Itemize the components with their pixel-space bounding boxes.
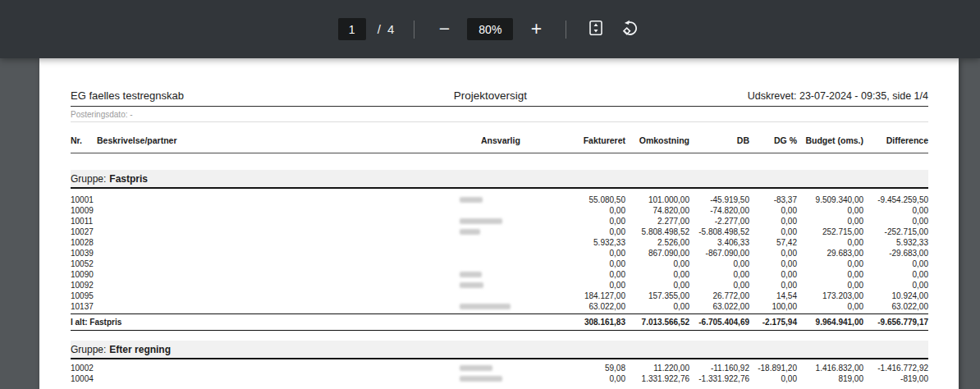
row-value: 0,00: [625, 281, 689, 290]
row-value: 0,00: [689, 270, 749, 279]
row-value: 0,00: [525, 281, 625, 290]
row-value: 0,00: [863, 217, 928, 226]
row-value: 252.715,00: [797, 227, 863, 236]
row-value: 59,08: [525, 364, 625, 373]
toolbar-divider: [414, 21, 414, 39]
row-value: -11.160,92: [689, 364, 749, 373]
table-row: 100920,000,000,000,000,000,00: [71, 280, 928, 291]
table-row: 100390,00867.090,00-867.090,000,0029.683…: [71, 248, 928, 259]
col-difference: Difference: [863, 135, 928, 145]
row-value: 0,00: [797, 217, 863, 226]
row-number: 10090: [71, 270, 97, 279]
col-beskrivelse: Beskrivelse/partner: [97, 135, 460, 145]
row-value: 2.526,00: [625, 238, 689, 247]
row-value: 0,00: [749, 217, 797, 226]
row-value: 0,00: [797, 281, 863, 290]
group-total-row: I alt: Fastpris308.161,837.013.566,52-6.…: [71, 313, 928, 331]
table-row: 100520,000,000,000,000,000,00: [71, 259, 928, 269]
group-section: Gruppe:Efter regning1000259,0811.220,00-…: [71, 341, 928, 384]
row-value: 0,00: [797, 302, 863, 311]
row-value: -9.454.259,50: [863, 195, 928, 204]
row-value: 1.416.832,00: [797, 364, 863, 373]
printed-timestamp: Udskrevet: 23-07-2024 - 09:35, side 1/4: [748, 90, 928, 102]
row-value: 867.090,00: [625, 249, 689, 258]
redaction-bar: [460, 229, 480, 235]
row-value: -45.919,50: [689, 195, 749, 204]
row-number: 10001: [71, 195, 97, 204]
row-number: 10095: [71, 291, 97, 300]
row-value: 9.509.340,00: [797, 195, 863, 204]
row-value: 0,00: [525, 249, 625, 258]
total-value: 308.161,83: [525, 318, 625, 327]
row-value: 0,00: [749, 227, 797, 236]
fit-to-page-button[interactable]: [584, 18, 607, 41]
redaction-bar: [460, 218, 502, 224]
row-value: 0,00: [863, 270, 928, 279]
row-value: 29.683,00: [797, 249, 863, 258]
page-number-input[interactable]: [338, 18, 366, 40]
total-value: 7.013.566,52: [625, 318, 689, 327]
row-value: 819,00: [797, 374, 863, 383]
zoom-out-button[interactable]: −: [433, 18, 456, 41]
table-row: 100040,001.331.922,76-1.331.922,760,0081…: [71, 373, 928, 384]
total-value: -6.705.404,69: [689, 318, 749, 327]
row-value: 2.277,00: [625, 217, 689, 226]
row-value: -1.416.772,92: [863, 364, 928, 373]
row-value: 157.355,00: [625, 291, 689, 300]
row-number: 10092: [71, 281, 97, 290]
total-value: 9.964.941,00: [797, 318, 863, 327]
row-value: 1.331.922,76: [625, 374, 689, 383]
row-value: 0,00: [749, 259, 797, 268]
company-name: EG faelles testregnskab: [71, 89, 184, 102]
row-value: 0,00: [525, 270, 625, 279]
row-number: 10011: [71, 217, 97, 226]
redaction-bar: [460, 304, 511, 309]
row-value: -867.090,00: [689, 249, 749, 258]
row-number: 10002: [71, 364, 97, 373]
table-row: 10095184.127,00157.355,0026.772,0014,541…: [71, 291, 928, 301]
row-value: 14,54: [749, 291, 797, 300]
row-ansvarlig-redacted: [460, 227, 525, 236]
row-number: 10137: [71, 302, 97, 311]
redaction-bar: [460, 197, 483, 203]
group-section: Gruppe:Fastpris1000155.080,50101.000,00-…: [71, 170, 928, 331]
redaction-bar: [460, 272, 482, 277]
group-name: Efter regning: [109, 344, 171, 355]
row-value: 0,00: [749, 270, 797, 279]
zoom-level-input[interactable]: 80%: [467, 18, 513, 40]
row-ansvarlig-redacted: [460, 302, 525, 311]
row-value: 0,00: [797, 206, 863, 215]
row-ansvarlig-redacted: [460, 270, 525, 279]
zoom-in-button[interactable]: +: [524, 18, 547, 41]
pdf-viewer-canvas[interactable]: EG faelles testregnskab Projektoversigt …: [0, 58, 980, 389]
plus-icon: +: [531, 20, 542, 39]
row-value: 63.022,00: [689, 302, 749, 311]
row-ansvarlig-redacted: [460, 374, 525, 383]
row-value: 100,00: [749, 302, 797, 311]
group-total-label: I alt: Fastpris: [71, 318, 460, 327]
row-value: 0,00: [749, 374, 797, 383]
row-value: 0,00: [525, 217, 625, 226]
table-row: 100900,000,000,000,000,000,00: [71, 269, 928, 280]
row-value: -2.277,00: [689, 217, 749, 226]
table-row: 100090,0074.820,00-74.820,000,000,000,00: [71, 205, 928, 216]
total-value: -9.656.779,17: [863, 318, 928, 327]
row-value: 11.220,00: [625, 364, 689, 373]
row-value: 0,00: [863, 259, 928, 268]
row-value: 0,00: [797, 238, 863, 247]
table-row: 1000155.080,50101.000,00-45.919,50-83,37…: [71, 194, 928, 205]
row-value: 10.924,00: [863, 291, 928, 300]
minus-icon: −: [439, 20, 450, 39]
redaction-bar: [460, 365, 492, 371]
row-value: 74.820,00: [625, 206, 689, 215]
col-ansvarlig: Ansvarlig: [460, 135, 525, 145]
fit-to-page-icon: [588, 20, 604, 39]
row-value: 0,00: [749, 206, 797, 215]
row-value: -819,00: [863, 374, 928, 383]
row-value: 0,00: [625, 270, 689, 279]
report-title: Projektoversigt: [184, 89, 748, 102]
row-value: 57,42: [749, 238, 797, 247]
rotate-counterclockwise-button[interactable]: [619, 18, 642, 41]
rotate-counterclockwise-icon: [622, 20, 639, 39]
row-ansvarlig-redacted: [460, 281, 525, 290]
